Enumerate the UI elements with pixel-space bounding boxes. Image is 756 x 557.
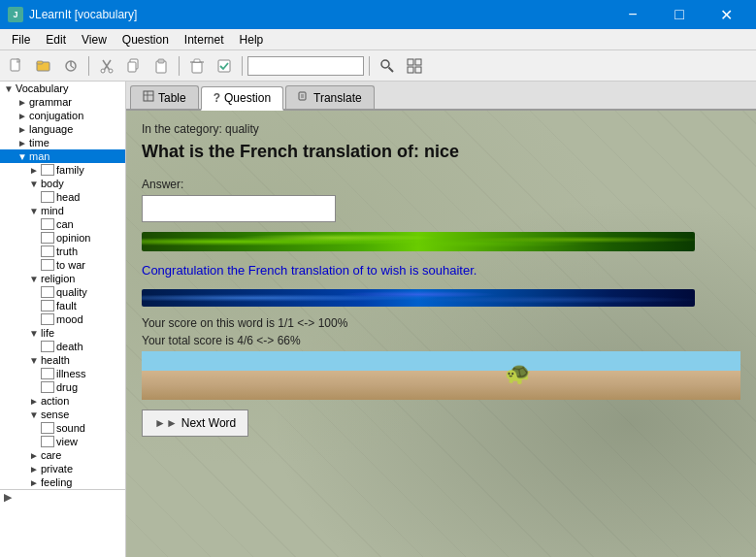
turtle-icon: 🐢 (505, 361, 531, 386)
toolbar-search[interactable] (375, 54, 400, 78)
sidebar-item-quality[interactable]: quality (0, 285, 125, 299)
answer-input[interactable] (142, 195, 336, 222)
checkbox-quality[interactable] (41, 286, 54, 298)
sidebar-item-life[interactable]: ▼ life (0, 326, 125, 340)
toolbar-check[interactable] (212, 54, 237, 78)
checkbox-head[interactable] (41, 191, 54, 203)
sidebar-label-mood: mood (56, 313, 83, 325)
sidebar-item-care[interactable]: ► care (0, 448, 125, 462)
congratulation-text: Congratulation the French translation of… (142, 263, 740, 278)
sidebar-item-feeling[interactable]: ► feeling (0, 475, 125, 489)
sidebar-item-fault[interactable]: fault (0, 299, 125, 312)
menu-file[interactable]: File (4, 31, 38, 49)
checkbox-sound[interactable] (41, 422, 54, 434)
tab-translate[interactable]: Translate (285, 85, 375, 109)
toolbar-copy[interactable] (121, 54, 147, 78)
toolbar-new[interactable] (4, 54, 29, 78)
sidebar-item-action[interactable]: ► action (0, 394, 125, 408)
sidebar-item-mood[interactable]: mood (0, 312, 125, 326)
toolbar-cut[interactable] (94, 54, 119, 78)
menu-help[interactable]: Help (232, 31, 272, 49)
sidebar-item-conjugation[interactable]: ► conjugation (0, 109, 125, 122)
expand-icon-private: ► (27, 464, 41, 475)
search-input[interactable] (247, 56, 364, 76)
scene-bar: 🐢 (142, 351, 740, 400)
sidebar-label-body: body (41, 178, 64, 189)
svg-rect-20 (408, 59, 413, 65)
checkbox-view[interactable] (41, 436, 54, 447)
toolbar-delete[interactable] (184, 54, 210, 78)
expand-icon-conjugation: ► (16, 111, 29, 121)
tab-question[interactable]: ? Question (201, 86, 283, 111)
sidebar-item-towar[interactable]: to war (0, 258, 125, 272)
sidebar-item-illness[interactable]: illness (0, 367, 125, 380)
menu-question[interactable]: Question (115, 31, 177, 49)
expand-icon-family: ► (27, 165, 41, 176)
sidebar-item-head[interactable]: head (0, 190, 125, 204)
checkbox-mood[interactable] (41, 313, 54, 325)
sidebar-item-body[interactable]: ▼ body (0, 177, 125, 190)
sidebar-item-sense[interactable]: ▼ sense (0, 408, 125, 421)
sidebar-item-religion[interactable]: ▼ religion (0, 272, 125, 285)
app-icon: J (8, 7, 23, 22)
sidebar-item-can[interactable]: can (0, 217, 125, 231)
checkbox-fault[interactable] (41, 300, 54, 311)
checkbox-death[interactable] (41, 341, 54, 352)
minimize-button[interactable]: − (610, 0, 655, 29)
checkbox-family[interactable] (41, 164, 54, 176)
sidebar-item-time[interactable]: ► time (0, 136, 125, 149)
checkbox-drug[interactable] (41, 381, 54, 393)
sidebar-footer[interactable]: ▶ (0, 489, 125, 505)
checkbox-truth[interactable] (41, 246, 54, 257)
sidebar-item-truth[interactable]: truth (0, 245, 125, 258)
sidebar-item-man[interactable]: ▼ man (0, 149, 125, 163)
checkbox-towar[interactable] (41, 259, 54, 271)
svg-rect-24 (144, 91, 153, 101)
sidebar-item-language[interactable]: ► language (0, 122, 125, 136)
toolbar-paste[interactable] (148, 54, 174, 78)
sidebar-label-time: time (29, 137, 49, 148)
sidebar-label-private: private (41, 463, 73, 475)
sidebar-item-death[interactable]: death (0, 340, 125, 353)
checkbox-can[interactable] (41, 218, 54, 230)
sidebar-item-family[interactable]: ► family (0, 163, 125, 177)
tab-table-label: Table (158, 91, 186, 105)
menu-edit[interactable]: Edit (38, 31, 74, 49)
sidebar-item-grammar[interactable]: ► grammar (0, 95, 125, 109)
next-word-button[interactable]: ►► Next Word (142, 410, 248, 437)
tab-table[interactable]: Table (130, 85, 199, 109)
maximize-button[interactable]: □ (657, 0, 702, 29)
toolbar-grid[interactable] (402, 54, 427, 78)
checkbox-opinion[interactable] (41, 232, 54, 244)
sidebar-item-vocabulary[interactable]: ▼ Vocabulary (0, 82, 125, 95)
sidebar-item-health[interactable]: ▼ health (0, 353, 125, 367)
score-word-text: Your score on this word is 1/1 <-> 100% (142, 316, 740, 330)
sidebar-label-life: life (41, 327, 54, 339)
expand-icon-care: ► (27, 450, 41, 461)
sidebar-label-mind: mind (41, 205, 64, 216)
sidebar-item-view[interactable]: view (0, 435, 125, 448)
question-text: What is the French translation of: nice (142, 142, 740, 162)
sidebar-label-language: language (29, 123, 73, 135)
menu-view[interactable]: View (74, 31, 115, 49)
toolbar-tool3[interactable] (58, 54, 83, 78)
expand-icon-man: ▼ (16, 151, 29, 162)
menu-bar: File Edit View Question Internet Help (0, 29, 756, 50)
svg-rect-21 (415, 59, 421, 65)
sidebar-label-head: head (56, 191, 80, 203)
expand-icon-feeling: ► (27, 477, 41, 488)
menu-internet[interactable]: Internet (177, 31, 232, 49)
sidebar-label-quality: quality (56, 286, 87, 298)
checkbox-illness[interactable] (41, 368, 54, 379)
toolbar-open[interactable] (31, 54, 56, 78)
expand-icon-body: ▼ (27, 179, 41, 189)
sidebar-label-towar: to war (56, 259, 85, 271)
sidebar-scroll-right-arrow[interactable]: ▶ (4, 491, 12, 504)
sidebar-item-opinion[interactable]: opinion (0, 231, 125, 245)
sidebar-item-mind[interactable]: ▼ mind (0, 204, 125, 217)
sidebar-item-drug[interactable]: drug (0, 380, 125, 394)
sidebar-item-private[interactable]: ► private (0, 462, 125, 475)
sidebar-item-sound[interactable]: sound (0, 421, 125, 435)
title-bar: J JLearnIt [vocabulary] − □ ✕ (0, 0, 756, 29)
close-button[interactable]: ✕ (704, 0, 748, 29)
